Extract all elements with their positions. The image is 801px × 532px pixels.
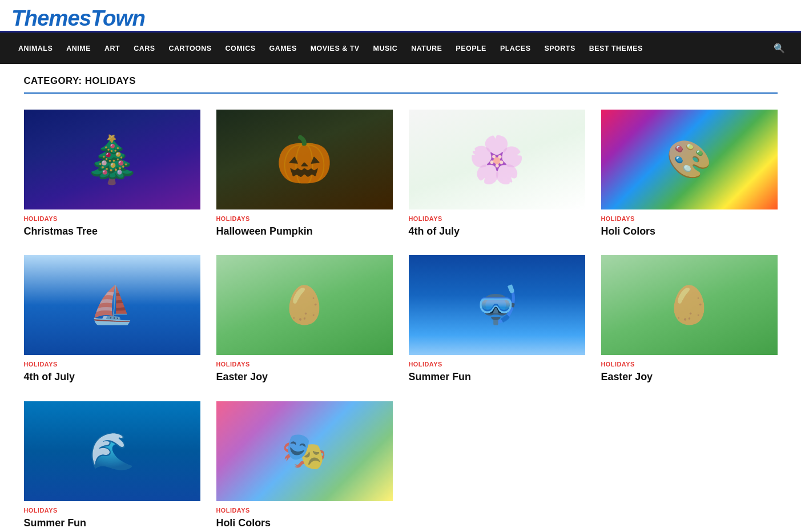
card-category-summer-fun: HOLIDAYS [409,361,585,368]
card-category-halloween-pumpkin: HOLIDAYS [216,215,393,222]
card-category-easter-joy-2: HOLIDAYS [601,361,778,368]
logo-bar: ThemesTown [0,0,801,33]
nav-item-comics[interactable]: COMICS [219,34,263,63]
card-image-summer-fun [409,255,585,355]
card-4th-of-july-2[interactable]: HOLIDAYS4th of July [24,255,200,384]
card-title-colorful: Holi Colors [216,517,393,530]
nav-item-movies---tv[interactable]: MOVIES & TV [304,34,367,63]
card-meta-holi-colors: HOLIDAYSHoli Colors [601,215,778,238]
card-image-colorful [216,401,393,501]
main-content: CATEGORY: HOLIDAYS HOLIDAYSChristmas Tre… [13,64,789,532]
main-nav: ANIMALSANIMEARTCARSCARTOONSCOMICSGAMESMO… [0,33,801,64]
nav-item-cartoons[interactable]: CARTOONS [162,34,218,63]
card-title-summer-fun: Summer Fun [409,370,585,384]
card-title-easter-joy-2: Easter Joy [601,370,778,384]
card-christmas-tree[interactable]: HOLIDAYSChristmas Tree [24,110,200,238]
card-meta-christmas-tree: HOLIDAYSChristmas Tree [24,215,200,238]
card-title-christmas-tree: Christmas Tree [24,225,200,238]
card-image-easter-joy-1 [216,255,393,355]
card-easter-joy-2[interactable]: HOLIDAYSEaster Joy [601,255,778,384]
card-image-halloween-pumpkin [216,110,393,209]
card-meta-4th-of-july-1: HOLIDAYS4th of July [409,215,585,238]
card-holi-colors[interactable]: HOLIDAYSHoli Colors [601,110,778,238]
card-image-easter-joy-2 [601,255,778,355]
card-category-4th-of-july-2: HOLIDAYS [24,361,200,368]
card-title-4th-of-july-2: 4th of July [24,370,200,384]
search-icon[interactable]: 🔍 [769,33,790,64]
nav-item-anime[interactable]: ANIME [59,34,98,63]
nav-item-sports[interactable]: SPORTS [537,34,582,63]
card-category-christmas-tree: HOLIDAYS [24,215,200,222]
card-category-4th-of-july-1: HOLIDAYS [409,215,585,222]
nav-item-places[interactable]: PLACES [493,34,538,63]
category-heading: CATEGORY: HOLIDAYS [24,75,778,94]
nav-item-best-themes[interactable]: BEST THEMES [582,34,650,63]
card-meta-colorful: HOLIDAYSHoli Colors [216,507,393,530]
card-easter-joy-1[interactable]: HOLIDAYSEaster Joy [216,255,393,384]
nav-item-art[interactable]: ART [98,34,127,63]
nav-item-nature[interactable]: NATURE [404,34,449,63]
card-underwater[interactable]: HOLIDAYSSummer Fun [24,401,200,530]
card-summer-fun[interactable]: HOLIDAYSSummer Fun [409,255,585,384]
card-title-underwater: Summer Fun [24,517,200,530]
card-category-underwater: HOLIDAYS [24,507,200,514]
card-meta-4th-of-july-2: HOLIDAYS4th of July [24,361,200,384]
nav-item-games[interactable]: GAMES [262,34,303,63]
card-title-halloween-pumpkin: Halloween Pumpkin [216,225,393,238]
card-halloween-pumpkin[interactable]: HOLIDAYSHalloween Pumpkin [216,110,393,238]
nav-item-people[interactable]: PEOPLE [449,34,493,63]
card-colorful[interactable]: HOLIDAYSHoli Colors [216,401,393,530]
card-image-christmas-tree [24,110,200,209]
card-category-colorful: HOLIDAYS [216,507,393,514]
nav-item-animals[interactable]: ANIMALS [11,34,59,63]
card-title-easter-joy-1: Easter Joy [216,370,393,384]
card-title-holi-colors: Holi Colors [601,225,778,238]
card-meta-easter-joy-2: HOLIDAYSEaster Joy [601,361,778,384]
card-4th-of-july-1[interactable]: HOLIDAYS4th of July [409,110,585,238]
site-logo[interactable]: ThemesTown [11,6,145,30]
card-category-holi-colors: HOLIDAYS [601,215,778,222]
card-image-4th-of-july-2 [24,255,200,355]
card-meta-easter-joy-1: HOLIDAYSEaster Joy [216,361,393,384]
card-image-holi-colors [601,110,778,209]
cards-grid: HOLIDAYSChristmas TreeHOLIDAYSHalloween … [24,110,778,530]
card-category-easter-joy-1: HOLIDAYS [216,361,393,368]
card-title-4th-of-july-1: 4th of July [409,225,585,238]
card-image-4th-of-july-1 [409,110,585,209]
card-meta-summer-fun: HOLIDAYSSummer Fun [409,361,585,384]
nav-item-cars[interactable]: CARS [127,34,162,63]
nav-item-music[interactable]: MUSIC [367,34,405,63]
card-image-underwater [24,401,200,501]
card-meta-halloween-pumpkin: HOLIDAYSHalloween Pumpkin [216,215,393,238]
card-meta-underwater: HOLIDAYSSummer Fun [24,507,200,530]
